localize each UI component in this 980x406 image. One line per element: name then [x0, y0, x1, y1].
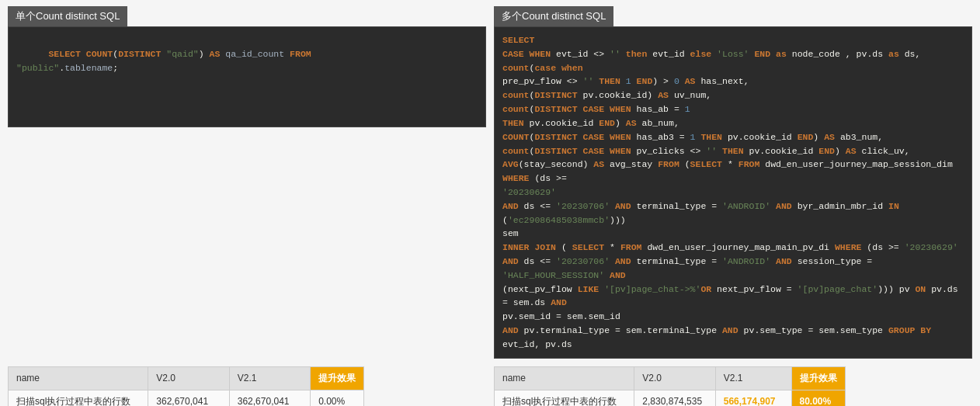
cell-effect: 80.00% — [791, 390, 845, 406]
cell-v20: 2,830,874,535 — [634, 390, 715, 406]
table-row: 扫描sql执行过程中表的行数362,670,041362,670,0410.00… — [9, 390, 364, 406]
right-col-v21: V2.1 — [715, 366, 791, 390]
cell-v21: 566,174,907 — [715, 390, 791, 406]
right-code-block: SELECT CASE WHEN evt_id <> '' then evt_i… — [494, 26, 972, 359]
right-data-table: name V2.0 V2.1 提升效果 扫描sql执行过程中表的行数2,830,… — [494, 366, 846, 406]
left-panel: 单个Count distinct SQL SELECT COUNT(DISTIN… — [8, 6, 486, 359]
right-table-container: name V2.0 V2.1 提升效果 扫描sql执行过程中表的行数2,830,… — [494, 366, 972, 406]
right-col-v20: V2.0 — [634, 366, 715, 390]
cell-name: 扫描sql执行过程中表的行数 — [9, 390, 148, 406]
left-table-container: name V2.0 V2.1 提升效果 扫描sql执行过程中表的行数362,67… — [8, 366, 486, 406]
left-col-v20: V2.0 — [148, 366, 229, 390]
table-row: 扫描sql执行过程中表的行数2,830,874,535566,174,90780… — [495, 390, 846, 406]
left-panel-title: 单个Count distinct SQL — [8, 6, 127, 26]
right-panel: 多个Count distinct SQL SELECT CASE WHEN ev… — [494, 6, 972, 359]
right-col-effect: 提升效果 — [791, 366, 845, 390]
cell-v20: 362,670,041 — [148, 390, 229, 406]
left-col-effect: 提升效果 — [311, 366, 364, 390]
right-panel-title: 多个Count distinct SQL — [494, 6, 613, 26]
right-col-name: name — [495, 366, 634, 390]
left-code-block: SELECT COUNT(DISTINCT "qaid") AS qa_id_c… — [8, 26, 486, 127]
left-data-table: name V2.0 V2.1 提升效果 扫描sql执行过程中表的行数362,67… — [8, 366, 364, 406]
left-col-name: name — [9, 366, 148, 390]
left-col-v21: V2.1 — [229, 366, 310, 390]
cell-effect: 0.00% — [311, 390, 364, 406]
cell-v21: 362,670,041 — [229, 390, 310, 406]
cell-name: 扫描sql执行过程中表的行数 — [495, 390, 634, 406]
